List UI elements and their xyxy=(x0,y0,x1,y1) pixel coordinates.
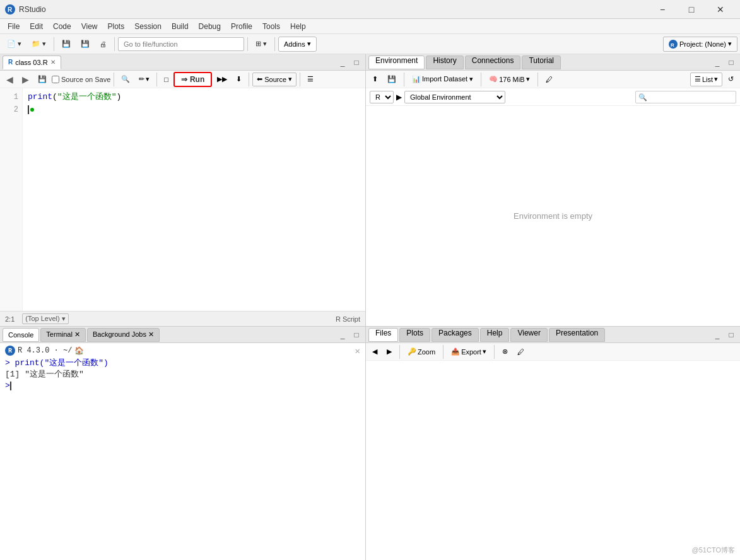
menu-edit[interactable]: Edit xyxy=(25,21,48,32)
tab-connections[interactable]: Connections xyxy=(465,55,521,69)
env-toolbar: ⬆ 💾 📊 Import Dataset ▾ 🧠 176 MiB ▾ 🖊 xyxy=(366,71,740,88)
editor-tab-class03[interactable]: R class 03.R ✕ xyxy=(3,55,61,69)
source-chevron-icon: ▾ xyxy=(288,75,292,83)
tab-files[interactable]: Files xyxy=(368,328,398,342)
maximize-button[interactable]: □ xyxy=(677,0,706,19)
back-button[interactable]: ◀ xyxy=(3,73,17,86)
source-on-save-checkbox[interactable] xyxy=(52,76,59,83)
env-load-button[interactable]: ⬆ xyxy=(368,73,382,86)
et-separator-3 xyxy=(249,73,249,86)
memory-button[interactable]: 🧠 176 MiB ▾ xyxy=(485,73,533,86)
new-file-button[interactable]: 📄▾ xyxy=(3,37,26,52)
layout-button[interactable]: ⊞▾ xyxy=(251,37,271,52)
env-tabs: Environment History Connections Tutorial… xyxy=(366,54,740,71)
tab-presentation[interactable]: Presentation xyxy=(549,328,605,342)
tab-environment[interactable]: Environment xyxy=(368,55,425,69)
re-run-button[interactable]: ▶▶ xyxy=(213,73,231,86)
environment-pane: Environment History Connections Tutorial… xyxy=(366,54,740,327)
save-file-button[interactable]: 💾 xyxy=(34,73,50,86)
scope-selector[interactable]: (Top Level) ▾ xyxy=(22,313,68,324)
import-dataset-button[interactable]: 📊 Import Dataset ▾ xyxy=(408,73,477,86)
files-minimize-button[interactable]: _ xyxy=(711,329,724,341)
left-panel: R class 03.R ✕ _ □ ◀ ▶ 💾 xyxy=(0,54,366,560)
project-button[interactable]: R Project: (None) ▾ xyxy=(663,37,737,52)
console-maximize-button[interactable]: □ xyxy=(350,329,363,341)
console-clear-icon[interactable]: ✕ xyxy=(355,346,360,356)
source-dropdown-button[interactable]: ⬅ Source ▾ xyxy=(252,73,297,86)
menu-help[interactable]: Help xyxy=(285,21,311,32)
open-file-button[interactable]: 📁▾ xyxy=(27,37,50,52)
source-down-icon: ⬇ xyxy=(236,75,242,83)
menu-view[interactable]: View xyxy=(76,21,103,32)
env-minimize-button[interactable]: _ xyxy=(711,56,724,69)
compile-button[interactable]: □ xyxy=(160,73,172,86)
env-separator-3 xyxy=(537,73,538,86)
tab-help[interactable]: Help xyxy=(480,328,510,342)
console-tabs: Console Terminal ✕ Background Jobs ✕ _ □ xyxy=(0,327,365,343)
console-minimize-button[interactable]: _ xyxy=(336,329,349,341)
menu-debug[interactable]: Debug xyxy=(194,21,226,32)
save-button[interactable]: 💾 xyxy=(57,37,75,52)
tab-packages[interactable]: Packages xyxy=(432,328,479,342)
console-command-line: > print("这是一个函数") xyxy=(5,357,360,368)
menu-session[interactable]: Session xyxy=(129,21,167,32)
editor-pane: R class 03.R ✕ _ □ ◀ ▶ 💾 xyxy=(0,54,365,327)
source-down-button[interactable]: ⬇ xyxy=(232,73,245,86)
code-tools-button[interactable]: ✏▾ xyxy=(135,73,153,86)
go-to-file-input[interactable] xyxy=(118,37,244,51)
list-icon: ☰ xyxy=(695,75,701,83)
menu-plots[interactable]: Plots xyxy=(103,21,130,32)
tab-viewer[interactable]: Viewer xyxy=(510,328,547,342)
code-editor[interactable]: 1 2 print("这是一个函数") xyxy=(0,88,365,311)
env-refresh-button[interactable]: ↺ xyxy=(724,73,737,86)
tab-terminal[interactable]: Terminal ✕ xyxy=(40,328,86,342)
menu-tools[interactable]: Tools xyxy=(257,21,285,32)
files-maximize-button[interactable]: □ xyxy=(725,329,737,341)
line-numbers: 1 2 xyxy=(0,88,23,311)
addins-button[interactable]: Addins ▾ xyxy=(278,37,317,52)
menu-build[interactable]: Build xyxy=(167,21,194,32)
minimize-button[interactable]: − xyxy=(648,0,677,19)
r-version-select[interactable]: R xyxy=(370,91,394,103)
clear-console-button[interactable]: 🖊 xyxy=(542,73,556,86)
menu-file[interactable]: File xyxy=(3,21,25,32)
remove-button[interactable]: ⊗ xyxy=(498,345,512,359)
tab-console[interactable]: Console xyxy=(3,328,39,342)
menu-code[interactable]: Code xyxy=(48,21,76,32)
more-options-button[interactable]: ☰ xyxy=(303,73,317,86)
forward-nav-button[interactable]: ▶ xyxy=(383,345,396,359)
menu-profile[interactable]: Profile xyxy=(226,21,257,32)
close-button[interactable]: ✕ xyxy=(706,0,735,19)
files-pane: Files Plots Packages Help Viewer Present… xyxy=(366,327,740,560)
zoom-button[interactable]: 🔑 Zoom xyxy=(404,345,439,359)
tab-history[interactable]: History xyxy=(426,55,463,69)
print-button[interactable]: 🖨 xyxy=(95,37,111,52)
close-icon[interactable]: ✕ xyxy=(50,59,56,66)
export-button[interactable]: 📤 Export ▾ xyxy=(447,345,490,359)
svg-text:R: R xyxy=(671,42,674,48)
remove-icon: ⊗ xyxy=(502,347,508,356)
search-button[interactable]: 🔍 xyxy=(117,73,134,86)
export-label: Export xyxy=(461,348,481,356)
r-logo: R xyxy=(5,346,15,356)
editor-minimize-button[interactable]: _ xyxy=(336,56,349,69)
env-save-button[interactable]: 💾 xyxy=(384,73,400,86)
titlebar: R RStudio − □ ✕ xyxy=(0,0,740,19)
et-separator-2 xyxy=(156,73,157,86)
tab-tutorial[interactable]: Tutorial xyxy=(522,55,561,69)
env-search-input[interactable] xyxy=(635,91,736,103)
tab-background-jobs[interactable]: Background Jobs ✕ xyxy=(87,328,160,342)
list-button[interactable]: ☰ List ▾ xyxy=(690,73,722,86)
clear-plots-button[interactable]: 🖊 xyxy=(514,345,528,359)
global-env-select[interactable]: Global Environment xyxy=(404,91,505,103)
save-all-button[interactable]: 💾 xyxy=(76,37,94,52)
back-nav-button[interactable]: ◀ xyxy=(368,345,381,359)
code-content[interactable]: print("这是一个函数") xyxy=(23,88,365,311)
env-maximize-button[interactable]: □ xyxy=(725,56,737,69)
ft-separator-3 xyxy=(494,345,495,359)
console-content[interactable]: R R 4.3.0 · ~/ 🏠 > print("这是一个函数") [1] "… xyxy=(0,343,365,560)
run-button[interactable]: ⇒ Run xyxy=(173,72,212,87)
forward-button[interactable]: ▶ xyxy=(18,73,33,86)
tab-plots[interactable]: Plots xyxy=(399,328,430,342)
editor-maximize-button[interactable]: □ xyxy=(350,56,363,69)
